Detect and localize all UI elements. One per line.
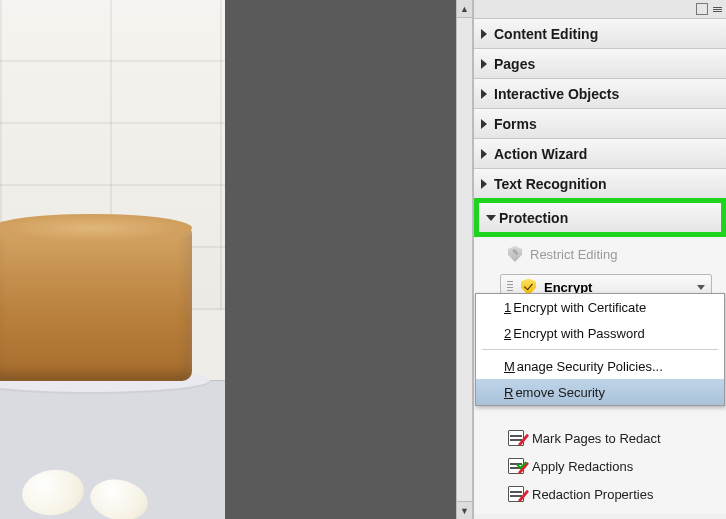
collapsed-triangle-icon: [481, 59, 487, 69]
menu-item-label: anage Security Policies...: [517, 359, 663, 374]
section-label: Text Recognition: [494, 176, 607, 192]
chevron-down-icon: [697, 285, 705, 290]
document-view[interactable]: [0, 0, 456, 519]
section-forms[interactable]: Forms: [474, 109, 726, 139]
section-pages[interactable]: Pages: [474, 49, 726, 79]
item-label: Restrict Editing: [530, 247, 617, 262]
document-page: [0, 0, 225, 519]
panel-window-icon[interactable]: [696, 3, 708, 15]
photo-cake-top: [0, 214, 192, 242]
restrict-editing-item: Restrict Editing: [474, 240, 726, 268]
panel-header-bar: [474, 0, 726, 19]
item-label: Apply Redactions: [532, 459, 633, 474]
encrypt-menu: 1 Encrypt with Certificate 2 Encrypt wit…: [475, 293, 725, 406]
section-text-recognition[interactable]: Text Recognition: [474, 169, 726, 199]
collapsed-triangle-icon: [481, 89, 487, 99]
manage-security-policies-item[interactable]: Manage Security Policies...: [476, 353, 724, 379]
mark-pages-redact-item[interactable]: Mark Pages to Redact: [474, 424, 726, 452]
collapsed-triangle-icon: [481, 119, 487, 129]
section-label: Forms: [494, 116, 537, 132]
section-label: Pages: [494, 56, 535, 72]
menu-item-label: Encrypt with Certificate: [513, 300, 646, 315]
grip-icon: [507, 280, 513, 294]
scroll-up-arrow-icon[interactable]: ▲: [457, 0, 472, 18]
mark-redact-icon: [508, 430, 524, 446]
expanded-triangle-icon: [486, 215, 496, 221]
section-content-editing[interactable]: Content Editing: [474, 19, 726, 49]
photo-cake: [0, 226, 192, 381]
accelerator: M: [504, 359, 515, 374]
redaction-props-icon: [508, 486, 524, 502]
redaction-properties-item[interactable]: Redaction Properties: [474, 480, 726, 508]
apply-redact-icon: [508, 458, 524, 474]
menu-item-label: Encrypt with Password: [513, 326, 645, 341]
menu-item-label: emove Security: [515, 385, 605, 400]
section-action-wizard[interactable]: Action Wizard: [474, 139, 726, 169]
collapsed-triangle-icon: [481, 149, 487, 159]
section-protection[interactable]: Protection: [479, 203, 721, 232]
encrypt-with-certificate-item[interactable]: 1 Encrypt with Certificate: [476, 294, 724, 320]
encrypt-with-password-item[interactable]: 2 Encrypt with Password: [476, 320, 724, 346]
accelerator: 1: [504, 300, 511, 315]
section-label: Action Wizard: [494, 146, 587, 162]
apply-redactions-item[interactable]: Apply Redactions: [474, 452, 726, 480]
item-label: Mark Pages to Redact: [532, 431, 661, 446]
accelerator: R: [504, 385, 513, 400]
section-label: Interactive Objects: [494, 86, 619, 102]
collapsed-triangle-icon: [481, 29, 487, 39]
tools-panel: Content Editing Pages Interactive Object…: [473, 0, 726, 519]
remove-security-item[interactable]: Remove Security: [476, 379, 724, 405]
tutorial-highlight: Protection: [474, 198, 726, 237]
section-label: Content Editing: [494, 26, 598, 42]
accelerator: 2: [504, 326, 511, 341]
menu-separator: [482, 349, 718, 350]
section-interactive-objects[interactable]: Interactive Objects: [474, 79, 726, 109]
shield-edit-icon: [508, 246, 522, 262]
section-label: Protection: [499, 210, 568, 226]
item-label: Redaction Properties: [532, 487, 653, 502]
collapsed-triangle-icon: [481, 179, 487, 189]
scroll-down-arrow-icon[interactable]: ▼: [457, 501, 472, 519]
panel-menu-icon[interactable]: [713, 7, 722, 12]
vertical-scrollbar[interactable]: ▲ ▼: [456, 0, 473, 519]
